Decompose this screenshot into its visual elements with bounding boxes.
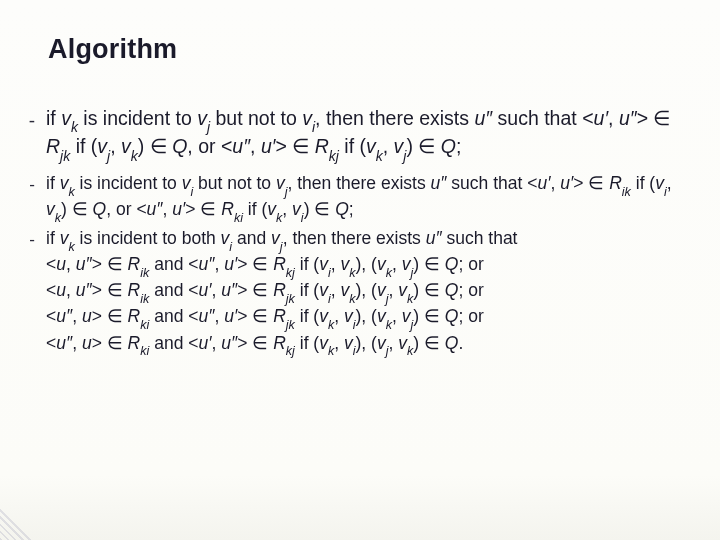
sublines: <u, u″> ∈ Rik and <u″, u′> ∈ Rkj if (vi,… bbox=[46, 253, 690, 357]
bullet-dash: - bbox=[28, 106, 36, 135]
list-item: -if vk is incident to vi but not to vj, … bbox=[28, 172, 690, 227]
subline: <u″, u> ∈ Rki and <u′, u″> ∈ Rkj if (vk,… bbox=[46, 332, 690, 358]
corner-accent bbox=[0, 506, 34, 540]
slide-title: Algorithm bbox=[48, 34, 177, 65]
subline: <u, u″> ∈ Rik and <u″, u′> ∈ Rkj if (vi,… bbox=[46, 253, 690, 279]
slide-body: -if vk is incident to vj but not to vi, … bbox=[28, 106, 690, 361]
list-item: -if vk is incident to both vi and vj, th… bbox=[28, 227, 690, 361]
list-item-text: if vk is incident to vi but not to vj, t… bbox=[46, 172, 690, 224]
subline: <u″, u> ∈ Rki and <u″, u′> ∈ Rjk if (vk,… bbox=[46, 305, 690, 331]
list-item-text: if vk is incident to both vi and vj, the… bbox=[46, 227, 690, 358]
bullet-dash: - bbox=[28, 227, 36, 252]
list-item: -if vk is incident to vj but not to vi, … bbox=[28, 106, 690, 172]
list-item-text: if vk is incident to vj but not to vi, t… bbox=[46, 106, 690, 163]
slide: Algorithm -if vk is incident to vj but n… bbox=[0, 0, 720, 540]
subline: <u, u″> ∈ Rik and <u′, u″> ∈ Rjk if (vi,… bbox=[46, 279, 690, 305]
bullet-dash: - bbox=[28, 172, 36, 197]
